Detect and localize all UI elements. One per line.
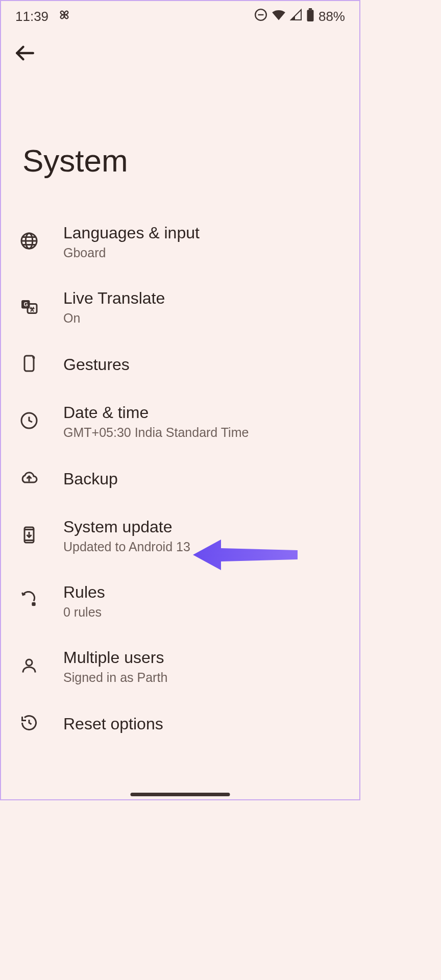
nav-handle[interactable] bbox=[131, 793, 230, 796]
list-item-subtitle: Signed in as Parth bbox=[63, 670, 167, 685]
person-icon bbox=[20, 656, 38, 677]
list-item-live-translate[interactable]: G Live Translate On bbox=[16, 275, 344, 340]
list-item-date-time[interactable]: Date & time GMT+05:30 India Standard Tim… bbox=[16, 389, 344, 454]
list-item-languages[interactable]: Languages & input Gboard bbox=[16, 209, 344, 275]
svg-rect-11 bbox=[24, 356, 34, 371]
battery-icon bbox=[306, 8, 314, 25]
list-item-backup[interactable]: Backup bbox=[16, 454, 344, 503]
clock-icon bbox=[20, 411, 38, 432]
list-item-rules[interactable]: Rules 0 rules bbox=[16, 569, 344, 634]
list-item-title: Rules bbox=[63, 583, 105, 602]
battery-percent: 88% bbox=[318, 9, 345, 24]
list-item-reset-options[interactable]: Reset options bbox=[16, 699, 344, 748]
list-item-title: Gestures bbox=[63, 355, 130, 374]
list-item-system-update[interactable]: System update Updated to Android 13 bbox=[16, 503, 344, 569]
list-item-title: System update bbox=[63, 518, 190, 536]
status-bar: 11:39 bbox=[1, 1, 359, 29]
list-item-title: Date & time bbox=[63, 403, 249, 422]
list-item-subtitle: Gboard bbox=[63, 246, 200, 260]
page-title: System bbox=[1, 66, 359, 209]
dnd-icon bbox=[254, 8, 267, 25]
pinwheel-icon bbox=[58, 8, 71, 25]
cloud-upload-icon bbox=[20, 469, 38, 489]
globe-icon bbox=[20, 232, 38, 252]
list-item-title: Reset options bbox=[63, 715, 163, 733]
list-item-subtitle: On bbox=[63, 311, 165, 326]
list-item-title: Backup bbox=[63, 470, 118, 488]
list-item-title: Multiple users bbox=[63, 648, 167, 667]
list-item-gestures[interactable]: Gestures bbox=[16, 340, 344, 389]
svg-text:G: G bbox=[24, 301, 28, 307]
translate-icon: G bbox=[20, 297, 38, 317]
list-item-subtitle: Updated to Android 13 bbox=[63, 540, 190, 554]
status-time: 11:39 bbox=[15, 9, 48, 24]
wifi-icon bbox=[272, 9, 286, 24]
gestures-icon bbox=[20, 354, 38, 375]
reset-icon bbox=[20, 714, 38, 734]
list-item-subtitle: GMT+05:30 India Standard Time bbox=[63, 425, 249, 440]
cellular-icon bbox=[290, 9, 302, 24]
settings-list: Languages & input Gboard G Live Translat… bbox=[1, 209, 359, 748]
svg-rect-2 bbox=[309, 8, 312, 10]
svg-rect-3 bbox=[307, 10, 313, 21]
rules-icon bbox=[20, 591, 38, 611]
list-item-title: Live Translate bbox=[63, 289, 165, 308]
back-button[interactable] bbox=[1, 29, 359, 66]
list-item-subtitle: 0 rules bbox=[63, 605, 105, 620]
svg-point-21 bbox=[26, 659, 32, 666]
system-update-icon bbox=[20, 526, 38, 546]
list-item-title: Languages & input bbox=[63, 224, 200, 242]
list-item-multiple-users[interactable]: Multiple users Signed in as Parth bbox=[16, 634, 344, 699]
